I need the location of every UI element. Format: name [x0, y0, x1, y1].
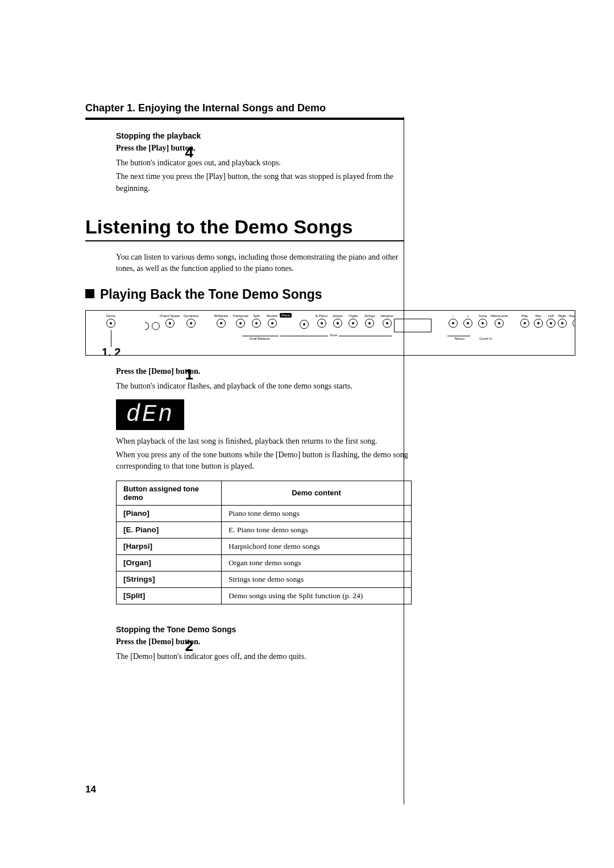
- cell-k: [Strings]: [117, 571, 222, 587]
- key-button-icon: [572, 319, 575, 328]
- section-title: Listening to the Demo Songs: [85, 216, 546, 238]
- label-demo: Demo: [106, 314, 115, 318]
- cell-v: Harpsichord tone demo songs: [222, 538, 412, 554]
- step1-para3: When you press any of the tone buttons w…: [116, 449, 412, 473]
- subsection-title-text: Playing Back the Tone Demo Songs: [100, 287, 322, 302]
- callout-pointer: [111, 330, 111, 347]
- cell-v: Strings tone demo songs: [222, 571, 412, 587]
- step2-instruction: Press the [Demo] button.: [116, 637, 412, 646]
- table-header-button: Button assigned tone demo: [117, 481, 222, 505]
- table-row: [Harpsi]Harpsichord tone demo songs: [117, 538, 412, 554]
- subsection-title: Playing Back the Tone Demo Songs: [85, 287, 546, 302]
- label-organ: Organ: [349, 314, 358, 318]
- square-bullet-icon: [85, 289, 94, 298]
- label-tempo: Tempo: [454, 337, 464, 340]
- headphone-jack-icon: [152, 322, 160, 330]
- label-metro: Metronome: [491, 314, 508, 318]
- rec-button-icon: [534, 319, 543, 328]
- plus-button-icon: [463, 319, 472, 328]
- song-button-icon: [478, 319, 487, 328]
- label-right: Right: [558, 314, 567, 318]
- step4-para1: The button's indicator goes out, and pla…: [116, 157, 412, 169]
- lcd-display: dEn: [116, 399, 184, 430]
- chapter-title: Chapter 1. Enjoying the Internal Songs a…: [85, 102, 546, 114]
- label-bril: Brilliance: [214, 314, 228, 318]
- heading-stopping-playback: Stopping the playback: [116, 131, 412, 140]
- dual-bracket: [242, 336, 279, 336]
- cell-v: Piano tone demo songs: [222, 505, 412, 521]
- section-rule: [85, 240, 404, 241]
- section-intro: You can listen to various demo songs, in…: [116, 252, 412, 275]
- step1-para1: The button's indicator flashes, and play…: [116, 381, 412, 392]
- label-minus: –: [449, 314, 458, 318]
- table-row: [Split]Demo songs using the Split functi…: [117, 587, 412, 604]
- label-dual: Dual Balance: [250, 337, 270, 340]
- step2-para1: The [Demo] button's indicator goes off, …: [116, 651, 412, 662]
- heading-stopping-demo: Stopping the Tone Demo Songs: [116, 625, 412, 634]
- cell-k: [Harpsi]: [117, 538, 222, 554]
- minus-button-icon: [449, 319, 458, 328]
- panel-illustration: 1, 2 Piano Demo Grand Space Dynamics Bri…: [85, 310, 575, 356]
- cell-v: Organ tone demo songs: [222, 554, 412, 571]
- piano-label-inverted: Piano: [280, 313, 292, 318]
- label-countin: Count In: [479, 337, 492, 340]
- label-key: Key Touch: [569, 314, 575, 318]
- label-harpsi: Harpsi: [333, 314, 342, 318]
- step-number-2: 2: [171, 639, 193, 653]
- grand-button-icon: [165, 319, 175, 328]
- cell-k: [Organ]: [117, 554, 222, 571]
- cell-k: [Split]: [117, 587, 222, 604]
- label-epiano: E.Piano: [316, 314, 327, 318]
- label-song: Song: [478, 314, 487, 318]
- table-row: [Organ]Organ tone demo songs: [117, 554, 412, 571]
- label-reverb: Reverb: [267, 314, 277, 318]
- split-button-icon: [252, 319, 261, 328]
- table-row: [Strings]Strings tone demo songs: [117, 571, 412, 587]
- label-plus: +: [463, 314, 472, 318]
- strings-button-icon: [365, 319, 374, 328]
- tempo-bracket: [447, 336, 470, 336]
- right-button-icon: [558, 319, 567, 328]
- label-grand: Grand Space: [160, 314, 180, 318]
- callout-label: 1, 2: [102, 346, 121, 356]
- label-rec: Rec: [534, 314, 543, 318]
- variation-button-icon: [383, 319, 392, 328]
- piano-button-icon: [300, 320, 309, 329]
- metro-button-icon: [495, 319, 504, 328]
- step4-para2: The next time you press the [Play] butto…: [116, 171, 412, 194]
- harpsi-button-icon: [333, 319, 342, 328]
- chapter-rule: [85, 118, 404, 120]
- step4-instruction: Press the [Play] button.: [116, 144, 412, 153]
- step1-para2: When playback of the last song is finish…: [116, 436, 412, 447]
- step-number-1: 1: [171, 367, 193, 382]
- label-left: Left: [546, 314, 555, 318]
- step1-instruction: Press the [Demo] button.: [116, 367, 412, 376]
- table-row: [Piano]Piano tone demo songs: [117, 505, 412, 521]
- cell-k: [Piano]: [117, 505, 222, 521]
- cell-v: E. Piano tone demo songs: [222, 521, 412, 538]
- demo-button-icon: [106, 319, 115, 328]
- label-tone: Tone: [328, 333, 339, 337]
- label-dyn: Dynamics: [184, 314, 198, 318]
- play-button-icon: [520, 319, 529, 328]
- cell-k: [E. Piano]: [117, 521, 222, 538]
- organ-button-icon: [349, 319, 358, 328]
- display-icon: [394, 319, 432, 332]
- headphone-icon: [145, 322, 149, 330]
- step-number-4: 4: [171, 145, 193, 160]
- table-row: [E. Piano]E. Piano tone demo songs: [117, 521, 412, 538]
- table-header-content: Demo content: [222, 481, 412, 505]
- cell-v: Demo songs using the Split function (p. …: [222, 587, 412, 604]
- epiano-button-icon: [317, 319, 326, 328]
- demo-table: Button assigned tone demo Demo content […: [116, 481, 412, 604]
- dyn-button-icon: [186, 319, 196, 328]
- label-play: Play: [520, 314, 529, 318]
- bril-button-icon: [217, 319, 226, 328]
- left-button-icon: [546, 319, 555, 328]
- label-split: Split: [252, 314, 261, 318]
- page-number: 14: [85, 784, 96, 795]
- label-trans: Transpose: [233, 314, 248, 318]
- label-variation: Variation: [380, 314, 393, 318]
- reverb-button-icon: [268, 319, 277, 328]
- trans-button-icon: [236, 319, 245, 328]
